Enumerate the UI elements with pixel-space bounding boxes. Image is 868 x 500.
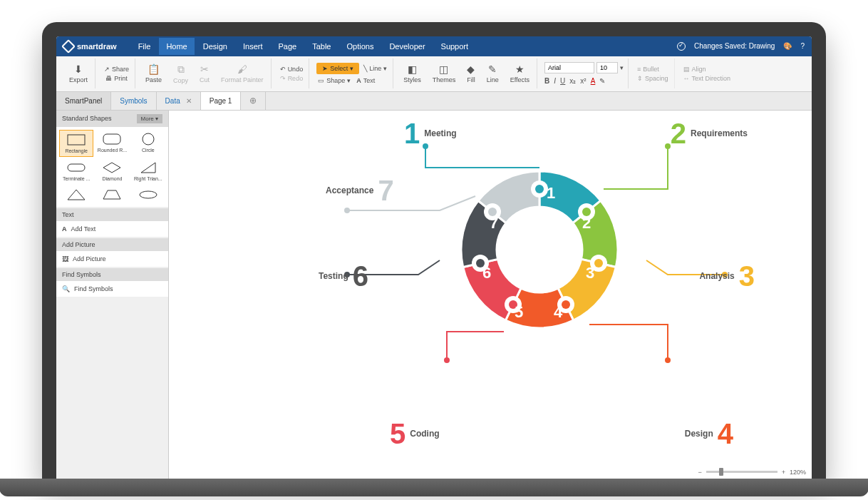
tab-page-1[interactable]: Page 1 [201, 92, 242, 110]
svg-point-10 [535, 185, 544, 193]
logo-icon [61, 39, 76, 53]
export-button[interactable]: ⬇Export [66, 62, 91, 85]
shape-circle[interactable]: Circle [131, 130, 165, 157]
add-page-button[interactable]: ⊕ [241, 92, 266, 110]
print-button[interactable]: 🖶Print [104, 74, 129, 83]
menubar: smartdraw File Home Design Insert Page T… [56, 36, 812, 56]
svg-point-29 [344, 208, 350, 213]
zoom-value: 120% [790, 469, 806, 476]
tab-data[interactable]: Data✕ [157, 92, 201, 110]
underline-button[interactable]: U [560, 77, 565, 85]
menu-options[interactable]: Options [339, 38, 381, 55]
add-text-button[interactable]: AAdd Text [56, 221, 168, 237]
callout-testing[interactable]: 6Testing [319, 260, 368, 292]
svg-marker-6 [68, 190, 85, 200]
ring-num-2: 2 [582, 214, 591, 233]
line-style-button[interactable]: ✎Line [484, 62, 502, 85]
bold-button[interactable]: B [544, 77, 549, 85]
shape-trapezoid[interactable] [95, 185, 129, 204]
sidebar: Standard Shapes More ▾ Rectangle Rounded… [56, 111, 169, 479]
superscript-button[interactable]: x² [580, 77, 586, 85]
callout-coding[interactable]: 5Coding [390, 418, 440, 450]
ring-num-1: 1 [547, 184, 555, 203]
find-section-header: Find Symbols [56, 268, 168, 281]
callout-acceptance[interactable]: 7Acceptance [326, 175, 394, 207]
menu-home[interactable]: Home [159, 38, 194, 55]
canvas[interactable]: 1 2 3 4 5 6 7 1Meeting 2Requirements 3An… [169, 111, 812, 479]
shape-terminate[interactable]: Terminate ... [59, 158, 93, 184]
effects-button[interactable]: ★Effects [507, 62, 532, 85]
menu-design[interactable]: Design [196, 38, 234, 55]
cut-button[interactable]: ✂Cut [197, 62, 212, 85]
save-status-icon [677, 42, 686, 51]
menu-support[interactable]: Support [434, 38, 476, 55]
svg-marker-4 [103, 163, 120, 173]
bullet-button[interactable]: ≡Bullet [636, 65, 661, 73]
close-icon[interactable]: ✕ [186, 97, 192, 105]
ring-num-6: 6 [482, 264, 491, 282]
callout-requirements[interactable]: 2Requirements [671, 118, 748, 150]
menu-file[interactable]: File [131, 38, 158, 55]
share-button[interactable]: ↗Share [103, 65, 130, 73]
app-logo: smartdraw [63, 41, 117, 51]
italic-button[interactable]: I [554, 77, 556, 85]
svg-rect-1 [103, 134, 120, 144]
help-icon[interactable]: ? [800, 42, 805, 50]
shape-ellipse[interactable] [131, 185, 165, 204]
svg-point-27 [444, 357, 450, 363]
highlight-button[interactable]: ✎ [599, 77, 605, 85]
paste-button[interactable]: 📋Paste [143, 62, 165, 85]
font-family-select[interactable] [544, 62, 594, 73]
format-painter-button[interactable]: 🖌Format Painter [218, 62, 267, 85]
svg-rect-3 [68, 164, 85, 171]
subscript-button[interactable]: x₂ [569, 77, 576, 85]
spacing-button[interactable]: ⇕Spacing [636, 74, 670, 83]
shape-rounded-rect[interactable]: Rounded R... [95, 130, 129, 157]
shape-right-triangle[interactable]: Right Trian... [131, 158, 165, 184]
zoom-slider[interactable] [706, 471, 777, 473]
copy-button[interactable]: ⧉Copy [170, 62, 191, 86]
text-direction-button[interactable]: ↔Text Direction [682, 74, 733, 83]
shape-triangle[interactable] [59, 185, 93, 204]
tab-bar: SmartPanel Symbols Data✕ Page 1 ⊕ [56, 92, 812, 111]
shape-rectangle[interactable]: Rectangle [59, 130, 93, 157]
tab-smartpanel[interactable]: SmartPanel [56, 92, 111, 110]
shape-diamond[interactable]: Diamond [95, 158, 129, 184]
menu-page[interactable]: Page [271, 38, 304, 55]
redo-button[interactable]: ↷Redo [279, 74, 305, 83]
svg-point-16 [562, 300, 570, 309]
more-shapes-button[interactable]: More ▾ [137, 114, 162, 123]
text-tool-button[interactable]: AText [355, 76, 376, 85]
undo-button[interactable]: ↶Undo [279, 65, 305, 73]
menu-items: File Home Design Insert Page Table Optio… [131, 38, 475, 55]
align-button[interactable]: ▤Align [682, 65, 708, 73]
cycle-diagram[interactable]: 1 2 3 4 5 6 7 1Meeting 2Requirements 3An… [205, 118, 776, 457]
themes-button[interactable]: ◫Themes [430, 62, 459, 85]
image-icon: 🖼 [62, 255, 68, 262]
line-tool-button[interactable]: ╲Line▾ [362, 63, 388, 74]
menu-insert[interactable]: Insert [236, 38, 270, 55]
callout-design[interactable]: 4Design [685, 418, 733, 450]
ring-num-4: 4 [554, 303, 562, 322]
svg-marker-5 [141, 163, 155, 173]
callout-analysis[interactable]: 3Analysis [699, 260, 755, 292]
callout-meeting[interactable]: 1Meeting [404, 118, 457, 150]
svg-point-14 [594, 259, 603, 267]
fill-button[interactable]: ◆Fill [464, 62, 478, 85]
add-picture-button[interactable]: 🖼Add Picture [56, 251, 168, 267]
svg-point-26 [665, 357, 671, 363]
font-color-button[interactable]: A [591, 77, 596, 85]
menu-developer[interactable]: Developer [382, 38, 432, 55]
palette-icon[interactable]: 🎨 [783, 42, 792, 50]
ring-num-7: 7 [490, 214, 498, 233]
font-size-select[interactable] [596, 62, 618, 73]
shape-tool-button[interactable]: ▭Shape▾ [316, 76, 352, 85]
picture-section-header: Add Picture [56, 238, 168, 251]
styles-button[interactable]: ◧Styles [401, 62, 424, 85]
tab-symbols[interactable]: Symbols [111, 92, 156, 110]
select-button[interactable]: ➤Select▾ [316, 63, 359, 74]
svg-rect-0 [68, 135, 85, 145]
zoom-control[interactable]: − + 120% [698, 469, 806, 476]
menu-table[interactable]: Table [305, 38, 338, 55]
find-symbols-button[interactable]: 🔍Find Symbols [56, 281, 168, 297]
